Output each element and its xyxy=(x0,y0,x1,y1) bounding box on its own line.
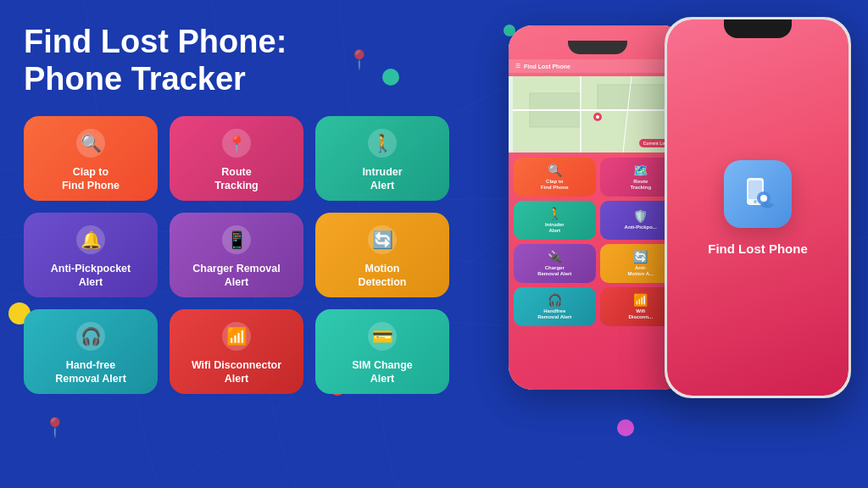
svg-point-32 xyxy=(763,205,771,208)
svg-text:📶: 📶 xyxy=(226,326,248,347)
svg-point-30 xyxy=(760,195,767,202)
card-icon-wifi-disconnector: 📶 xyxy=(217,318,256,354)
card-icon-clap-to-find: 🔍 xyxy=(71,125,110,161)
card-label-handfree-removal: Hand-free Removal Alert xyxy=(55,359,126,385)
app-title: Find Lost Phone: Phone Tracker xyxy=(24,24,458,97)
notch-front xyxy=(724,19,792,38)
card-icon-charger-removal: 📱 xyxy=(217,221,256,258)
mini-card-icon-3: 🛡️ xyxy=(633,209,648,223)
mini-card-2: 🚶Intruder Alert xyxy=(514,201,596,240)
card-label-anti-pickpocket: Anti-Pickpocket Alert xyxy=(51,263,131,289)
svg-text:💳: 💳 xyxy=(372,326,393,347)
card-label-intruder-alert: Intruder Alert xyxy=(362,166,402,192)
card-label-wifi-disconnector: Wifi Disconnector Alert xyxy=(192,359,281,385)
phone-back-header: ☰ Find Lost Phone xyxy=(509,59,687,73)
phone-map: Current Location xyxy=(509,76,687,152)
feature-card-clap-to-find[interactable]: 🔍Clap to Find Phone xyxy=(24,116,158,201)
right-panel: ☰ Find Lost Phone Current Location 🔍Clap… xyxy=(475,0,868,488)
mini-card-0: 🔍Clap to Find Phone xyxy=(514,158,596,197)
card-label-motion-detection: Motion Detection xyxy=(359,263,407,289)
feature-grid: 🔍Clap to Find Phone📍Route Tracking🚶Intru… xyxy=(24,116,458,394)
feature-card-charger-removal[interactable]: 📱Charger Removal Alert xyxy=(170,213,303,297)
notch-back xyxy=(568,41,627,54)
svg-text:🔍: 🔍 xyxy=(81,133,102,153)
mini-card-label-3: Anti-Pickpo... xyxy=(625,225,657,230)
svg-text:📍: 📍 xyxy=(227,135,247,153)
card-icon-sim-change: 💳 xyxy=(363,318,402,354)
feature-card-sim-change[interactable]: 💳SIM Change Alert xyxy=(315,309,449,394)
mini-card-icon-1: 🗺️ xyxy=(633,164,648,177)
card-icon-handfree-removal: 🎧 xyxy=(71,318,110,354)
mini-card-icon-6: 🎧 xyxy=(548,293,562,307)
mini-card-6: 🎧Handfree Removal Alert xyxy=(514,287,596,326)
mini-card-label-2: Intruder Alert xyxy=(545,222,565,234)
card-label-sim-change: SIM Change Alert xyxy=(352,359,413,385)
app-label: Find Lost Phone xyxy=(708,241,808,256)
mini-card-icon-0: 🔍 xyxy=(548,164,562,177)
card-icon-anti-pickpocket: 🔔 xyxy=(71,221,110,258)
mini-card-label-5: Anti- Motion A... xyxy=(628,265,654,277)
feature-card-handfree-removal[interactable]: 🎧Hand-free Removal Alert xyxy=(24,309,158,394)
svg-rect-20 xyxy=(598,85,665,110)
card-label-clap-to-find: Clap to Find Phone xyxy=(62,166,120,192)
phone-front: Find Lost Phone xyxy=(665,17,851,398)
svg-text:🚶: 🚶 xyxy=(372,133,393,153)
mini-card-icon-2: 🚶 xyxy=(548,207,562,220)
svg-point-28 xyxy=(754,200,757,203)
feature-card-motion-detection[interactable]: 🔄Motion Detection xyxy=(315,213,449,297)
mini-card-icon-4: 🔌 xyxy=(548,250,562,263)
mini-card-4: 🔌Charger Removal Alert xyxy=(514,244,596,283)
feature-card-wifi-disconnector[interactable]: 📶Wifi Disconnector Alert xyxy=(170,309,303,394)
svg-text:📱: 📱 xyxy=(226,230,248,250)
feature-card-anti-pickpocket[interactable]: 🔔Anti-Pickpocket Alert xyxy=(24,213,158,297)
card-icon-motion-detection: 🔄 xyxy=(363,221,402,258)
mini-card-icon-5: 🔄 xyxy=(633,250,648,263)
app-icon xyxy=(724,160,792,228)
phone-back-title: Find Lost Phone xyxy=(524,64,570,69)
mini-card-label-7: Wifi Disconn... xyxy=(628,308,653,320)
card-label-charger-removal: Charger Removal Alert xyxy=(192,263,281,289)
feature-card-intruder-alert[interactable]: 🚶Intruder Alert xyxy=(315,116,449,201)
mini-card-label-1: Route Tracking xyxy=(630,179,651,191)
mini-card-icon-7: 📶 xyxy=(633,293,648,307)
svg-text:🔔: 🔔 xyxy=(81,230,102,250)
svg-point-25 xyxy=(596,115,599,119)
phone-back: ☰ Find Lost Phone Current Location 🔍Clap… xyxy=(509,25,687,390)
card-icon-intruder-alert: 🚶 xyxy=(363,125,402,161)
mini-grid: 🔍Clap to Find Phone🗺️Route Tracking🚶Intr… xyxy=(509,152,687,331)
left-panel: Find Lost Phone: Phone Tracker 🔍Clap to … xyxy=(0,0,475,488)
mini-card-label-6: Handfree Removal Alert xyxy=(537,308,571,320)
feature-card-route-tracking[interactable]: 📍Route Tracking xyxy=(170,116,303,201)
svg-text:🔄: 🔄 xyxy=(372,230,393,250)
mini-card-label-4: Charger Removal Alert xyxy=(537,265,571,277)
svg-text:🎧: 🎧 xyxy=(81,326,102,347)
mini-card-label-0: Clap to Find Phone xyxy=(541,179,569,191)
card-icon-route-tracking: 📍 xyxy=(217,125,256,161)
card-label-route-tracking: Route Tracking xyxy=(214,166,258,192)
